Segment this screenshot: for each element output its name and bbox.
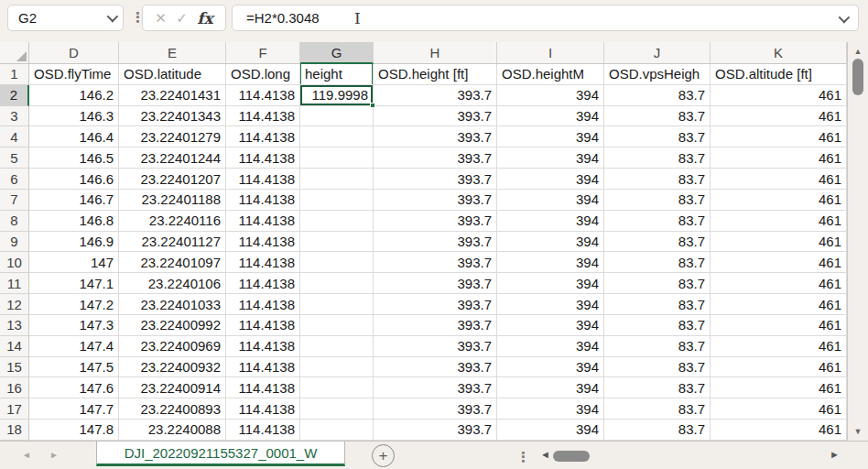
cell-J14[interactable]: 83.7 <box>604 336 711 357</box>
row-header-10[interactable]: 10 <box>0 252 29 273</box>
cell-F15[interactable]: 114.4138 <box>226 357 300 378</box>
cell-K13[interactable]: 461 <box>711 315 847 336</box>
cell-D8[interactable]: 146.8 <box>29 211 119 232</box>
cell-K9[interactable]: 461 <box>711 232 847 253</box>
formula-input[interactable]: =H2*0.3048 I <box>232 5 859 31</box>
cell-D5[interactable]: 146.5 <box>29 147 119 169</box>
cell-G12[interactable] <box>300 294 374 315</box>
cell-I18[interactable]: 394 <box>497 420 604 441</box>
cell-J4[interactable]: 83.7 <box>604 126 711 147</box>
cell-E1[interactable]: OSD.latitude <box>119 64 226 85</box>
cell-K18[interactable]: 461 <box>711 420 847 441</box>
formula-expand-chevron-icon[interactable] <box>839 12 851 24</box>
cell-E9[interactable]: 23.22401127 <box>119 232 226 253</box>
cell-D1[interactable]: OSD.flyTime <box>29 64 119 85</box>
cell-J2[interactable]: 83.7 <box>604 85 711 106</box>
row-header-6[interactable]: 6 <box>0 169 29 190</box>
row-header-4[interactable]: 4 <box>0 126 29 147</box>
cell-I15[interactable]: 394 <box>497 357 604 378</box>
scroll-down-icon[interactable]: ▼ <box>848 427 868 436</box>
cell-G9[interactable] <box>300 232 374 253</box>
cell-I5[interactable]: 394 <box>497 147 604 169</box>
cell-K5[interactable]: 461 <box>711 147 847 169</box>
cell-E13[interactable]: 23.22400992 <box>119 315 226 336</box>
cell-G2[interactable]: 119.9998 <box>300 85 374 106</box>
cell-H14[interactable]: 393.7 <box>374 336 497 357</box>
row-header-8[interactable]: 8 <box>0 211 29 232</box>
cell-J1[interactable]: OSD.vpsHeigh <box>604 64 711 85</box>
cell-J17[interactable]: 83.7 <box>604 398 711 420</box>
cell-J8[interactable]: 83.7 <box>604 211 711 232</box>
cell-E16[interactable]: 23.22400914 <box>119 377 226 398</box>
cell-I11[interactable]: 394 <box>497 273 604 294</box>
cell-J11[interactable]: 83.7 <box>604 273 711 294</box>
cell-D7[interactable]: 146.7 <box>29 190 119 211</box>
cell-D3[interactable]: 146.3 <box>29 106 119 127</box>
cell-D13[interactable]: 147.3 <box>29 315 119 336</box>
cell-F17[interactable]: 114.4138 <box>226 398 300 420</box>
row-header-3[interactable]: 3 <box>0 106 29 127</box>
cell-K12[interactable]: 461 <box>711 294 847 315</box>
cell-G7[interactable] <box>300 190 374 211</box>
cell-D9[interactable]: 146.9 <box>29 232 119 253</box>
cell-F6[interactable]: 114.4138 <box>226 169 300 190</box>
cell-H15[interactable]: 393.7 <box>374 357 497 378</box>
cell-H16[interactable]: 393.7 <box>374 377 497 398</box>
cell-F9[interactable]: 114.4138 <box>226 232 300 253</box>
row-header-12[interactable]: 12 <box>0 294 29 315</box>
cell-G13[interactable] <box>300 315 374 336</box>
cell-D14[interactable]: 147.4 <box>29 336 119 357</box>
cell-E7[interactable]: 23.22401188 <box>119 190 226 211</box>
cell-H1[interactable]: OSD.height [ft] <box>374 64 497 85</box>
cell-J9[interactable]: 83.7 <box>604 232 711 253</box>
cell-J15[interactable]: 83.7 <box>604 357 711 378</box>
cell-K1[interactable]: OSD.altitude [ft] <box>711 64 847 85</box>
cell-K11[interactable]: 461 <box>711 273 847 294</box>
cell-D15[interactable]: 147.5 <box>29 357 119 378</box>
cell-F5[interactable]: 114.4138 <box>226 147 300 169</box>
cell-G14[interactable] <box>300 336 374 357</box>
cell-K8[interactable]: 461 <box>711 211 847 232</box>
cell-G4[interactable] <box>300 126 374 147</box>
cell-I8[interactable]: 394 <box>497 211 604 232</box>
cell-K10[interactable]: 461 <box>711 252 847 273</box>
cell-E15[interactable]: 23.22400932 <box>119 357 226 378</box>
row-header-16[interactable]: 16 <box>0 377 29 398</box>
cell-J6[interactable]: 83.7 <box>604 169 711 190</box>
scroll-left-icon[interactable]: ◄ <box>540 449 550 460</box>
scroll-up-icon[interactable]: ▲ <box>848 47 868 56</box>
column-header-I[interactable]: I <box>497 42 604 64</box>
sheet-options-dots-icon[interactable]: ⋮ <box>516 447 530 467</box>
cell-G10[interactable] <box>300 252 374 273</box>
column-header-E[interactable]: E <box>119 42 226 64</box>
cell-G17[interactable] <box>300 398 374 420</box>
cell-K6[interactable]: 461 <box>711 169 847 190</box>
cell-D6[interactable]: 146.6 <box>29 169 119 190</box>
scroll-right-icon[interactable]: ► <box>830 449 840 460</box>
cell-I2[interactable]: 394 <box>497 85 604 106</box>
cell-G11[interactable] <box>300 273 374 294</box>
cell-E18[interactable]: 23.2240088 <box>119 420 226 441</box>
hscroll-thumb[interactable] <box>553 451 590 462</box>
cell-E6[interactable]: 23.22401207 <box>119 169 226 190</box>
row-header-2[interactable]: 2 <box>0 85 29 106</box>
tab-nav-right-icon[interactable]: ► <box>49 450 59 460</box>
cell-E4[interactable]: 23.22401279 <box>119 126 226 147</box>
cell-G3[interactable] <box>300 106 374 127</box>
column-header-D[interactable]: D <box>29 42 119 64</box>
cell-H13[interactable]: 393.7 <box>374 315 497 336</box>
cell-I14[interactable]: 394 <box>497 336 604 357</box>
cell-H6[interactable]: 393.7 <box>374 169 497 190</box>
cell-H9[interactable]: 393.7 <box>374 232 497 253</box>
row-header-15[interactable]: 15 <box>0 357 29 378</box>
cell-J10[interactable]: 83.7 <box>604 252 711 273</box>
cell-I12[interactable]: 394 <box>497 294 604 315</box>
enter-icon[interactable]: ✓ <box>176 10 188 27</box>
cell-F4[interactable]: 114.4138 <box>226 126 300 147</box>
vscroll-thumb[interactable] <box>852 59 863 95</box>
cell-J7[interactable]: 83.7 <box>604 190 711 211</box>
cell-I10[interactable]: 394 <box>497 252 604 273</box>
sheet-tab-active[interactable]: DJI_20220921155327_0001_W <box>96 442 345 466</box>
cell-K16[interactable]: 461 <box>711 377 847 398</box>
cell-I16[interactable]: 394 <box>497 377 604 398</box>
